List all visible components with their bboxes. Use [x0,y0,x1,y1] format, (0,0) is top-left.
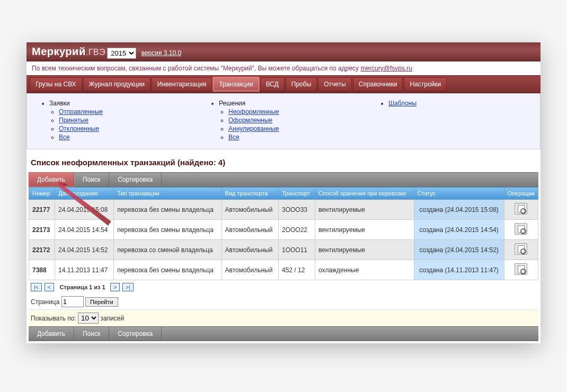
col-status: создана (24.04.2015 14:52) [414,240,504,260]
main-nav-tab[interactable]: Грузы на СВХ [30,77,82,91]
subnav-col-templates: Шаблоны [368,99,538,141]
subnav-link[interactable]: Отклоненные [59,125,99,132]
table-header-cell: Операции [504,188,538,200]
col-status: создана (24.04.2015 14:54) [414,220,504,240]
version-link[interactable]: версия 3.10.0 [141,49,182,57]
toolbar-button[interactable]: Сортировка [109,173,162,186]
main-nav-tab[interactable]: Настройки [404,77,447,91]
table-header-cell: Вид транспорта [222,188,278,200]
main-nav-tab[interactable]: Транзакции [213,77,259,91]
main-nav-tab[interactable]: Инвентаризация [152,77,212,91]
col-transport-kind: Автомобильный [222,260,278,280]
col-transport: 2ООО22 [279,220,315,240]
subnav-link[interactable]: Принятые [59,117,88,124]
table-header-cell: Статус [414,188,504,200]
col-transport-kind: Автомобильный [222,240,278,260]
col-number: 7388 [29,260,55,280]
view-details-icon[interactable] [515,203,527,215]
col-date: 24.04.2015 14:52 [55,240,113,260]
subnav-link[interactable]: Оформленные [228,117,272,124]
subnav-link[interactable]: Аннулированные [228,125,279,132]
pager-first-button[interactable]: |< [31,283,42,291]
table-header-cell: Транспорт [279,188,315,200]
col-storage: вентилируемые [315,200,414,220]
main-nav: Грузы на СВХЖурнал продукцииИнвентаризац… [26,75,541,93]
perpage-label: Показывать по: [31,315,76,322]
table-header-row: НомерДата созданияТип транзакцииВид тран… [29,188,538,200]
toolbar-button[interactable]: Добавить [29,173,74,186]
main-nav-tab[interactable]: Журнал продукции [83,77,150,91]
col-date: 14.11.2013 11:47 [55,260,113,280]
col-transport: 1ООО11 [279,240,315,260]
pager-goto: Страница Перейти [29,294,538,309]
perpage-suffix: записей [100,315,124,322]
table-row: 738814.11.2013 11:47перевозка без смены … [29,260,538,280]
subnav-link[interactable]: Отправленные [59,108,103,115]
col-date: 24.04.2015 14:54 [55,220,113,240]
pager-position-label: Страница 1 из 1 [59,284,105,290]
view-details-icon[interactable] [515,223,527,235]
app-name: Меркурий.ГВЭ [32,46,105,57]
transactions-table: НомерДата созданияТип транзакцииВид тран… [29,187,538,280]
main-nav-tab[interactable]: Отчеты [318,77,351,91]
pager: |< < Страница 1 из 1 > >| [29,280,538,294]
year-select[interactable]: 2015 [107,48,136,59]
perpage-select[interactable]: 10 [78,313,99,324]
per-page-row: Показывать по: 10 записей [29,309,538,326]
table-header-cell: Способ хранения при перевозке [315,188,414,200]
col-operations [504,260,538,280]
col-number: 22177 [29,200,55,220]
subnav-col-requests: Заявки ОтправленныеПринятыеОтклоненныеВс… [29,99,199,141]
toolbar-button[interactable]: Поиск [74,327,109,341]
table-row: 2217324.04.2015 14:54перевозка без смены… [29,220,538,240]
subnav-link[interactable]: Все [228,133,240,141]
col-type: перевозка без смены владельца [114,260,222,280]
col-type: перевозка со сменой владельца [114,240,222,260]
col-type: перевозка без смены владельца [114,220,222,240]
col-operations [504,200,538,220]
main-nav-tab[interactable]: Пробы [286,77,317,91]
col-type: перевозка без смены владельца [114,200,222,220]
col-status: создана (14.11.2013 11:47) [414,260,504,280]
col-transport-kind: Автомобильный [222,200,278,220]
info-text: По всем техническим вопросам, связанным … [32,65,360,72]
subnav-link[interactable]: Неоформленные [228,108,279,115]
toolbar-top: ДобавитьПоискСортировка [29,172,538,187]
main-nav-tab[interactable]: ВСД [260,77,285,91]
col-number: 22172 [29,240,55,260]
col-transport-kind: Автомобильный [222,220,278,240]
pager-next-button[interactable]: > [110,283,120,291]
toolbar-button[interactable]: Добавить [29,327,74,341]
col-date: 24.04.2015 15:08 [55,200,113,220]
col-storage: вентилируемые [315,220,414,240]
table-header-cell: Дата создания [55,188,113,200]
col-operations [504,220,538,240]
col-storage: вентилируемые [315,240,414,260]
col-number: 22173 [29,220,55,240]
subnav-link[interactable]: Шаблоны [388,100,417,107]
toolbar-bottom: ДобавитьПоискСортировка [29,326,538,341]
info-line: По всем техническим вопросам, связанным … [26,61,541,75]
goto-label: Страница [31,298,59,306]
goto-button[interactable]: Перейти [85,297,118,307]
toolbar-button[interactable]: Сортировка [109,327,162,341]
table-row: 2217224.04.2015 14:52перевозка со сменой… [29,240,538,260]
toolbar-button[interactable]: Поиск [74,173,109,186]
pager-prev-button[interactable]: < [45,283,54,291]
sub-nav: Заявки ОтправленныеПринятыеОтклоненныеВс… [26,93,541,149]
pager-last-button[interactable]: >| [122,283,134,291]
page-title: Список неоформленных транзакций (найдено… [31,158,536,167]
main-nav-tab[interactable]: Справочники [353,77,403,91]
col-status: создана (24.04.2015 15:08) [414,200,504,220]
goto-page-input[interactable] [61,296,84,307]
title-bar: Меркурий.ГВЭ 2015 версия 3.10.0 [26,42,541,61]
table-header-cell: Номер [29,188,55,200]
subnav-head-requests: Заявки [49,100,70,107]
table-header-cell: Тип транзакции [114,188,222,200]
col-operations [504,240,538,260]
view-details-icon[interactable] [515,243,527,255]
view-details-icon[interactable] [515,263,527,275]
subnav-link[interactable]: Все [59,133,70,141]
col-transport: 452 / 12 [279,260,315,280]
support-email-link[interactable]: mercury@fsvps.ru [360,65,412,72]
